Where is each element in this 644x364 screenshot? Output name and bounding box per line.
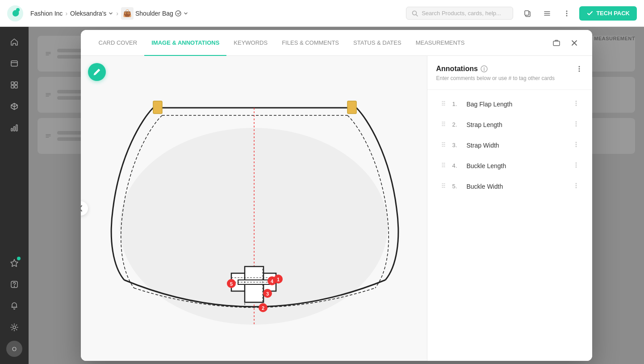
svg-rect-19 (553, 41, 560, 46)
svg-point-2 (176, 11, 181, 16)
tab-image-annotations[interactable]: IMAGE & ANNOTATIONS (144, 30, 226, 56)
more-options-icon[interactable] (560, 6, 574, 21)
annotation-name: Bag Flap Length (467, 101, 567, 108)
annotations-more-button[interactable] (575, 65, 583, 74)
product-dropdown[interactable]: 👜 Shoulder Bag (121, 7, 188, 20)
svg-rect-16 (16, 125, 17, 131)
annotation-menu-button[interactable] (573, 182, 580, 191)
annotation-name: Buckle Length (467, 162, 567, 169)
info-icon[interactable] (481, 65, 488, 72)
svg-text:2: 2 (262, 305, 264, 311)
sidebar-item-grid[interactable] (4, 75, 24, 95)
annotation-name: Strap Width (467, 142, 567, 149)
annotation-number: 5. (452, 183, 461, 190)
annotation-menu-button[interactable] (573, 100, 580, 109)
copy-icon[interactable] (520, 6, 535, 21)
annotation-item[interactable]: 2. Strap Length (431, 115, 589, 135)
user-avatar[interactable]: O (4, 339, 24, 359)
annotation-menu-button[interactable] (573, 161, 580, 170)
modal-dialog: CARD COVER IMAGE & ANNOTATIONS KEYWORDS … (81, 30, 592, 361)
annotation-name: Strap Length (467, 121, 567, 128)
svg-point-59 (575, 183, 577, 184)
svg-point-56 (575, 162, 577, 164)
topbar: Fashion Inc › Oleksandra's › 👜 Shoulder … (0, 0, 644, 27)
annotations-list: 1. Bag Flap Length 2. Str (427, 90, 592, 361)
search-placeholder: Search Products, cards, help... (422, 10, 501, 17)
drag-handle-icon (440, 120, 447, 129)
svg-rect-15 (14, 127, 15, 131)
tech-pack-label: TECH PACK (596, 10, 630, 17)
tech-pack-button[interactable]: TECH PACK (579, 6, 637, 21)
sidebar-item-chart[interactable] (4, 118, 24, 138)
edit-pencil-button[interactable] (88, 63, 106, 81)
menu-icon[interactable] (540, 6, 554, 21)
svg-point-45 (578, 68, 580, 70)
annotations-title: Annotations (436, 65, 478, 73)
product-settings-icon[interactable] (175, 10, 181, 17)
tab-status-dates[interactable]: STATUS & DATES (346, 30, 409, 56)
svg-point-8 (566, 15, 568, 16)
tab-files-comments[interactable]: FILES & COMMENTS (275, 30, 346, 56)
product-chevron-icon (183, 11, 188, 16)
tech-pack-icon (586, 10, 594, 17)
close-modal-button[interactable] (567, 36, 581, 50)
annotation-menu-button[interactable] (573, 120, 580, 129)
annotation-item[interactable]: 3. Strap Width (431, 135, 589, 155)
svg-text:5: 5 (230, 281, 233, 287)
annotation-item[interactable]: 4. Buckle Length (431, 156, 589, 176)
app-logo[interactable] (7, 5, 23, 21)
topbar-actions: TECH PACK (520, 6, 637, 21)
sidebar-item-star[interactable] (4, 253, 24, 273)
svg-point-52 (575, 125, 577, 127)
drag-handle-icon (440, 182, 447, 191)
annotation-number: 2. (452, 121, 461, 128)
sidebar-item-home[interactable] (4, 32, 24, 52)
sidebar-item-cube[interactable] (4, 97, 24, 116)
breadcrumb-sep1: › (65, 10, 67, 17)
chevron-left-icon (81, 205, 83, 212)
svg-text:1: 1 (277, 277, 280, 282)
svg-rect-24 (347, 101, 356, 114)
tab-card-cover[interactable]: CARD COVER (92, 30, 145, 56)
drag-handle-icon (440, 141, 447, 150)
tab-measurements[interactable]: MEASUREMENTS (409, 30, 472, 56)
annotation-number: 3. (452, 142, 461, 148)
search-bar[interactable]: Search Products, cards, help... (406, 7, 513, 20)
sidebar-item-card[interactable] (4, 54, 24, 73)
svg-point-48 (575, 102, 577, 104)
modal-body: 1 2 3 4 (81, 56, 592, 361)
company-name[interactable]: Fashion Inc (30, 10, 63, 17)
svg-rect-5 (525, 11, 529, 15)
sidebar-item-settings[interactable] (4, 317, 24, 337)
annotation-number: 1. (452, 101, 461, 107)
svg-rect-9 (11, 61, 17, 66)
pencil-icon (93, 68, 101, 76)
svg-point-47 (575, 101, 577, 102)
svg-point-57 (575, 164, 577, 165)
svg-point-1 (16, 8, 20, 12)
svg-point-53 (575, 142, 577, 143)
product-name: Shoulder Bag (135, 10, 173, 17)
tab-keywords[interactable]: KEYWORDS (226, 30, 275, 56)
annotations-subtitle: Enter comments below or use # to tag oth… (436, 75, 555, 82)
image-area: 1 2 3 4 (81, 56, 427, 361)
annotation-number: 4. (452, 162, 461, 169)
svg-point-46 (578, 71, 580, 72)
svg-point-44 (578, 66, 580, 68)
annotation-item[interactable]: 5. Buckle Width (431, 177, 589, 196)
svg-point-54 (575, 144, 577, 145)
svg-rect-23 (153, 101, 162, 114)
svg-text:4: 4 (271, 279, 274, 284)
sidebar-item-bell[interactable] (4, 296, 24, 316)
modal-tab-actions (549, 36, 581, 50)
bag-illustration: 1 2 3 4 (84, 74, 423, 343)
expand-modal-icon[interactable] (549, 36, 564, 50)
svg-point-7 (566, 13, 568, 14)
annotation-menu-button[interactable] (573, 141, 580, 150)
sidebar-item-help[interactable] (4, 275, 24, 294)
product-icon: 👜 (121, 7, 134, 20)
workspace-dropdown[interactable]: Oleksandra's (70, 10, 113, 17)
modal-overlay: CARD COVER IMAGE & ANNOTATIONS KEYWORDS … (29, 27, 644, 364)
annotation-item[interactable]: 1. Bag Flap Length (431, 94, 589, 114)
search-icon (412, 10, 418, 17)
